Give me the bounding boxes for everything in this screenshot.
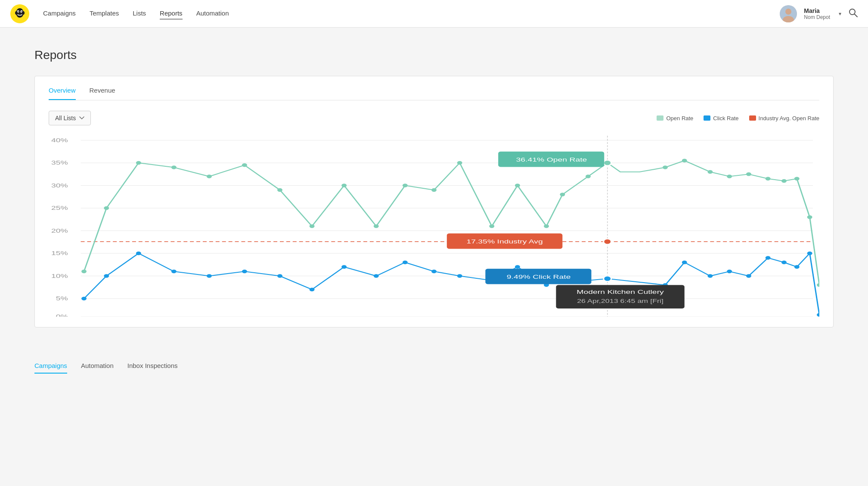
legend-click-rate: Click Rate	[704, 115, 738, 122]
card-tabs: Overview Revenue	[49, 87, 819, 100]
nav-automation[interactable]: Automation	[196, 8, 229, 20]
svg-point-92	[604, 276, 611, 282]
user-dropdown-icon[interactable]: ▾	[839, 11, 841, 17]
page-title: Reports	[34, 48, 834, 62]
svg-text:30%: 30%	[51, 182, 68, 188]
click-rate-swatch	[704, 115, 710, 121]
svg-point-54	[727, 174, 732, 178]
svg-point-73	[457, 274, 462, 277]
svg-point-52	[682, 159, 687, 162]
svg-point-61	[81, 297, 87, 300]
svg-point-68	[310, 288, 315, 291]
chart-legend: Open Rate Click Rate Industry Avg. Open …	[657, 115, 819, 122]
tab-overview[interactable]: Overview	[49, 87, 76, 100]
svg-point-91	[604, 160, 611, 166]
svg-text:20%: 20%	[51, 227, 68, 234]
svg-text:Modern Kitchen Cutlery: Modern Kitchen Cutlery	[577, 289, 664, 295]
svg-point-55	[746, 172, 751, 176]
svg-point-88	[807, 252, 812, 255]
nav-right: Maria Nom Depot ▾	[780, 5, 858, 22]
dropdown-label: All Lists	[55, 115, 76, 122]
svg-point-65	[207, 274, 212, 277]
chart-toolbar: All Lists Open Rate Click Rate Industry …	[49, 111, 819, 125]
user-name: Maria	[804, 7, 830, 14]
bottom-tab-automation[interactable]: Automation	[81, 362, 114, 374]
industry-avg-swatch	[749, 115, 756, 121]
svg-point-93	[604, 239, 611, 244]
svg-point-6	[15, 11, 18, 15]
svg-text:26 Apr,2013 6:45 am [Fri]: 26 Apr,2013 6:45 am [Fri]	[577, 298, 663, 304]
bottom-tabs: Campaigns Automation Inbox Inspections	[0, 348, 868, 380]
svg-point-83	[727, 270, 732, 273]
svg-point-82	[707, 274, 713, 277]
svg-point-38	[277, 188, 282, 192]
svg-point-36	[207, 174, 212, 178]
legend-open-rate: Open Rate	[657, 115, 693, 122]
legend-industry-avg: Industry Avg. Open Rate	[749, 115, 819, 122]
svg-text:25%: 25%	[51, 205, 68, 211]
svg-point-69	[341, 265, 347, 268]
svg-point-44	[457, 161, 462, 165]
svg-point-67	[277, 274, 282, 277]
navigation: Campaigns Templates Lists Reports Automa…	[0, 0, 868, 28]
reports-card: Overview Revenue All Lists Open Rate Cli…	[34, 76, 834, 327]
svg-point-71	[403, 261, 408, 264]
svg-text:10%: 10%	[51, 272, 68, 279]
svg-point-63	[136, 252, 141, 255]
bottom-tab-inbox[interactable]: Inbox Inspections	[127, 362, 178, 374]
nav-templates[interactable]: Templates	[90, 8, 119, 20]
search-icon[interactable]	[848, 8, 858, 19]
svg-point-33	[104, 206, 109, 210]
svg-point-75	[515, 265, 520, 268]
svg-point-89	[817, 313, 819, 317]
svg-point-64	[171, 270, 177, 273]
logo[interactable]	[10, 4, 29, 23]
all-lists-dropdown[interactable]: All Lists	[49, 111, 91, 125]
open-rate-swatch	[657, 115, 663, 121]
nav-lists[interactable]: Lists	[133, 8, 146, 20]
nav-campaigns[interactable]: Campaigns	[43, 8, 76, 20]
legend-open-label: Open Rate	[666, 115, 693, 122]
svg-point-35	[171, 165, 177, 169]
user-info: Maria Nom Depot	[804, 7, 830, 20]
svg-point-81	[682, 261, 687, 264]
svg-text:40%: 40%	[51, 137, 68, 143]
svg-point-45	[489, 224, 494, 228]
svg-point-56	[766, 177, 771, 181]
svg-point-85	[766, 256, 771, 259]
svg-point-86	[781, 261, 787, 264]
avatar	[780, 5, 797, 22]
svg-point-37	[242, 163, 247, 167]
svg-point-43	[431, 188, 437, 192]
svg-point-48	[560, 193, 565, 196]
svg-point-9	[785, 9, 791, 15]
svg-point-39	[310, 224, 315, 228]
svg-text:15%: 15%	[51, 250, 68, 256]
svg-point-49	[586, 174, 591, 178]
chart-area: 40% 35% 30% 25% 20% 15% 10% 5% 0%	[49, 136, 819, 317]
svg-point-57	[781, 179, 787, 183]
legend-click-label: Click Rate	[713, 115, 738, 122]
svg-point-58	[794, 177, 800, 181]
svg-point-47	[544, 224, 549, 228]
svg-point-40	[341, 184, 347, 187]
svg-point-7	[22, 11, 25, 15]
svg-point-70	[374, 274, 379, 277]
chart-svg: 40% 35% 30% 25% 20% 15% 10% 5% 0%	[49, 136, 819, 317]
svg-text:0%: 0%	[56, 313, 68, 317]
svg-text:5%: 5%	[56, 295, 68, 302]
svg-point-84	[746, 274, 751, 277]
svg-text:36.41% Open Rate: 36.41% Open Rate	[516, 156, 587, 163]
nav-links: Campaigns Templates Lists Reports Automa…	[43, 8, 780, 20]
svg-point-46	[515, 184, 520, 187]
nav-reports[interactable]: Reports	[160, 8, 183, 20]
svg-text:17.35% Industry Avg: 17.35% Industry Avg	[466, 238, 542, 245]
svg-point-4	[18, 11, 19, 12]
svg-point-42	[403, 184, 408, 187]
svg-point-72	[431, 270, 437, 273]
svg-point-66	[242, 270, 247, 273]
bottom-tab-campaigns[interactable]: Campaigns	[34, 362, 67, 374]
svg-point-62	[104, 274, 109, 277]
svg-text:9.49% Click Rate: 9.49% Click Rate	[507, 274, 571, 280]
tab-revenue[interactable]: Revenue	[90, 87, 115, 100]
